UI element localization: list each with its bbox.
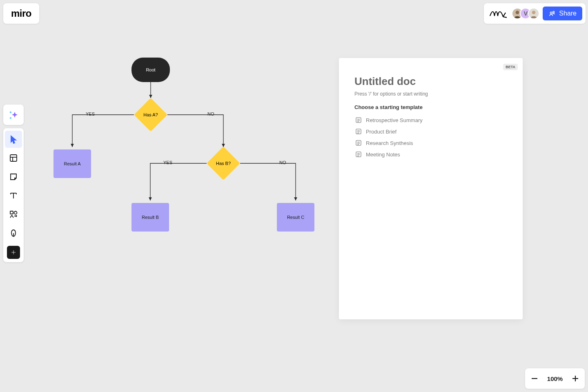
template-item[interactable]: Meeting Notes bbox=[354, 149, 507, 160]
plus-icon bbox=[571, 374, 579, 383]
doc-title[interactable]: Untitled doc bbox=[354, 75, 507, 88]
doc-icon bbox=[355, 151, 362, 158]
template-label: Research Synthesis bbox=[366, 140, 413, 146]
template-label: Product Brief bbox=[366, 129, 396, 135]
doc-icon bbox=[355, 140, 362, 146]
doc-icon bbox=[355, 117, 362, 123]
beta-badge: BETA bbox=[503, 64, 518, 70]
doc-icon bbox=[355, 128, 362, 135]
template-item[interactable]: Research Synthesis bbox=[354, 137, 507, 149]
template-label: Retrospective Summary bbox=[366, 117, 423, 123]
template-item[interactable]: Retrospective Summary bbox=[354, 114, 507, 126]
minus-icon bbox=[530, 374, 539, 383]
template-item[interactable]: Product Brief bbox=[354, 126, 507, 137]
zoom-controls: 100% bbox=[525, 368, 585, 389]
zoom-out-button[interactable] bbox=[525, 368, 544, 389]
template-label: Meeting Notes bbox=[366, 151, 400, 158]
zoom-in-button[interactable] bbox=[566, 368, 585, 389]
doc-panel[interactable]: BETA Untitled doc Press '/' for options … bbox=[339, 58, 523, 319]
template-heading: Choose a starting template bbox=[354, 104, 507, 110]
zoom-value[interactable]: 100% bbox=[544, 375, 566, 382]
doc-hint: Press '/' for options or start writing bbox=[354, 91, 507, 97]
